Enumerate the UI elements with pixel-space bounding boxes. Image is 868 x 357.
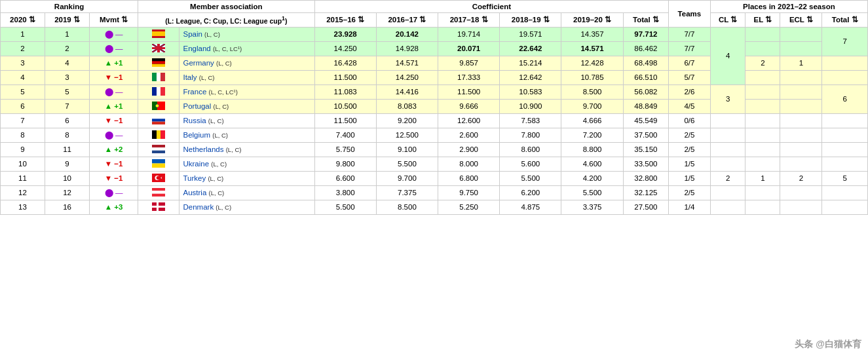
mvmt-cell: ▲ +2 [90, 142, 138, 157]
country-cell[interactable]: Ukraine (L, C) [179, 157, 314, 171]
col-total[interactable]: Total ⇅ [623, 13, 668, 28]
cl-cell [710, 113, 745, 128]
col-cl[interactable]: CL ⇅ [710, 13, 745, 28]
member-header: Member association [138, 1, 314, 13]
total-places-cell: 7 [822, 27, 868, 56]
cl-cell [710, 185, 745, 200]
mvmt-cell: ▲ +3 [90, 200, 138, 214]
svg-rect-41 [152, 191, 165, 193]
col-2018-19[interactable]: 2018–19 ⇅ [500, 13, 561, 28]
country-cell[interactable]: Turkey (L, C) [179, 171, 314, 185]
ecl-cell [780, 113, 822, 128]
country-cell[interactable]: Denmark (L, C) [179, 200, 314, 214]
cl-cell [710, 128, 745, 142]
col-2016-17[interactable]: 2016–17 ⇅ [376, 13, 438, 28]
col-total2[interactable]: Total ⇅ [822, 13, 868, 28]
ranking-header: Ranking [1, 1, 138, 13]
coeff-c2019: 14.357 [561, 27, 623, 41]
coeff-c2017: 11.500 [438, 85, 500, 99]
country-cell[interactable]: Germany (L, C) [179, 56, 314, 70]
country-cell[interactable]: England (L, C, LC¹) [179, 41, 314, 56]
coeff-c2015: 10.500 [314, 99, 376, 113]
coeff-c2018: 7.800 [500, 128, 561, 142]
flag-cell [138, 70, 179, 85]
flag-cell [138, 128, 179, 142]
svg-rect-10 [152, 47, 165, 49]
coeff-c2015: 9.800 [314, 157, 376, 171]
ecl-cell [780, 157, 822, 171]
mvmt-cell: ▼ −1 [90, 171, 138, 185]
teams-cell: 2/6 [669, 85, 711, 99]
svg-rect-18 [157, 87, 160, 96]
coeff-total: 86.462 [623, 41, 668, 56]
country-cell[interactable]: France (L, C, LC¹) [179, 85, 314, 99]
teams-cell: 1/4 [669, 200, 711, 214]
svg-rect-27 [157, 130, 160, 139]
coeff-c2019: 12.428 [561, 56, 623, 70]
col-2019[interactable]: 2019 ⇅ [45, 13, 90, 28]
country-cell[interactable]: Italy (L, C) [179, 70, 314, 85]
coeff-total: 45.549 [623, 113, 668, 128]
coeff-c2018: 5.600 [500, 157, 561, 171]
coeff-c2017: 2.900 [438, 142, 500, 157]
ecl-cell [780, 85, 822, 99]
col-2020[interactable]: 2020 ⇅ [1, 13, 45, 28]
col-2015-16[interactable]: 2015–16 ⇅ [314, 13, 376, 28]
el-cell [745, 99, 780, 113]
country-cell[interactable]: Portugal (L, C) [179, 99, 314, 113]
ecl-cell [780, 99, 822, 113]
cl-cell [710, 157, 745, 171]
country-cell[interactable]: Belgium (L, C) [179, 128, 314, 142]
ecl-cell [780, 200, 822, 214]
coeff-c2017: 9.750 [438, 185, 500, 200]
coeff-c2018: 15.214 [500, 56, 561, 70]
col-mvmt[interactable]: Mvmt ⇅ [90, 13, 138, 28]
svg-rect-1 [152, 31, 165, 36]
col-2019-20[interactable]: 2019–20 ⇅ [561, 13, 623, 28]
country-cell[interactable]: Spain (L, C) [179, 27, 314, 41]
table-row: 55⬤ — France (L, C, LC¹)11.08314.41611.5… [1, 85, 868, 99]
col-el[interactable]: EL ⇅ [745, 13, 780, 28]
country-cell[interactable]: Russia (L, C) [179, 113, 314, 128]
country-cell[interactable]: Austria (L, C) [179, 185, 314, 200]
rank-2020: 12 [1, 185, 45, 200]
coeff-c2017: 8.000 [438, 157, 500, 171]
coeff-c2016: 9.700 [376, 171, 438, 185]
coeff-c2018: 7.583 [500, 113, 561, 128]
rank-2020: 6 [1, 99, 45, 113]
coeff-c2015: 5.750 [314, 142, 376, 157]
coeff-c2018: 12.642 [500, 70, 561, 85]
total-places-cell [822, 157, 868, 171]
coeff-c2015: 3.800 [314, 185, 376, 200]
rank-2019: 8 [45, 128, 90, 142]
svg-rect-16 [160, 73, 165, 81]
teams-header: Teams [669, 1, 711, 28]
coeff-c2016: 14.571 [376, 56, 438, 70]
el-cell [745, 85, 780, 99]
cl-cell: 4 [710, 27, 745, 85]
teams-cell: 6/7 [669, 56, 711, 70]
cl-cell [710, 142, 745, 157]
rank-2020: 10 [1, 157, 45, 171]
coeff-total: 97.712 [623, 27, 668, 41]
mvmt-cell: ▲ +1 [90, 99, 138, 113]
coeff-total: 66.510 [623, 70, 668, 85]
rank-2019: 4 [45, 56, 90, 70]
coeff-c2017: 5.250 [438, 200, 500, 214]
teams-cell: 2/5 [669, 142, 711, 157]
coeff-c2015: 11.500 [314, 70, 376, 85]
coeff-c2019: 7.200 [561, 128, 623, 142]
coeff-c2019: 9.700 [561, 99, 623, 113]
flag-cell [138, 157, 179, 171]
country-cell[interactable]: Netherlands (L, C) [179, 142, 314, 157]
coeff-c2019: 5.500 [561, 185, 623, 200]
col-ecl[interactable]: ECL ⇅ [780, 13, 822, 28]
mvmt-cell: ▼ −1 [90, 157, 138, 171]
coeff-total: 32.125 [623, 185, 668, 200]
col-2017-18[interactable]: 2017–18 ⇅ [438, 13, 500, 28]
coeff-c2015: 11.083 [314, 85, 376, 99]
coeff-c2019: 8.800 [561, 142, 623, 157]
svg-rect-12 [152, 61, 165, 64]
table-row: 1110▼ −1 Turkey (L, C)6.6009.7006.8005.5… [1, 171, 868, 185]
teams-cell: 2/5 [669, 128, 711, 142]
